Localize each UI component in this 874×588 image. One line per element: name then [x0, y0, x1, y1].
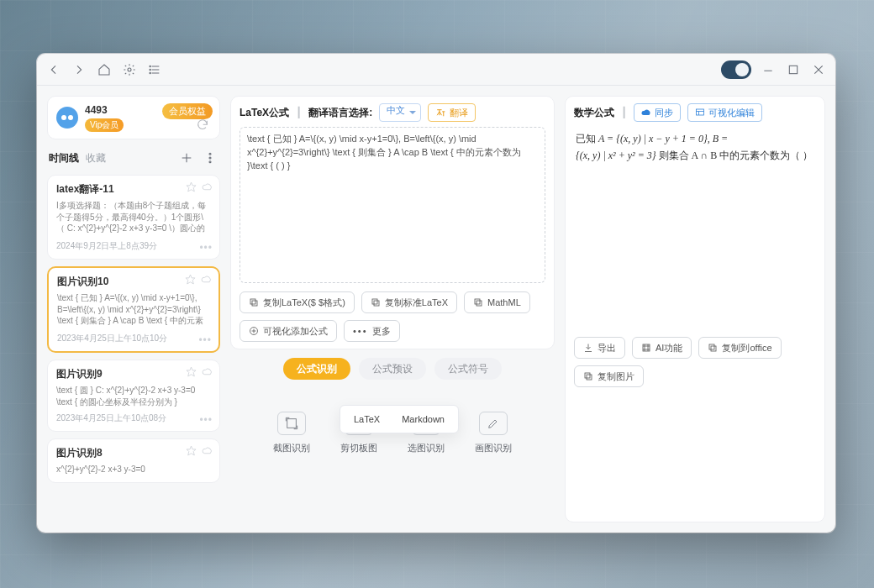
copy-office-button[interactable]: 复制到office — [698, 337, 781, 359]
svg-rect-22 — [374, 301, 379, 306]
refresh-icon[interactable] — [194, 117, 211, 134]
timeline-tabs: 时间线 收藏 — [47, 148, 220, 166]
lang-select[interactable]: 中文 — [379, 103, 421, 122]
avatar — [56, 107, 78, 129]
svg-point-13 — [209, 153, 211, 155]
visual-edit-button[interactable]: 可视化编辑 — [687, 103, 762, 122]
window-minimize-button[interactable] — [760, 61, 777, 78]
chip-label: 复制标准LaTeX — [385, 297, 448, 309]
svg-rect-23 — [372, 299, 377, 304]
tab-formula-symbol[interactable]: 公式符号 — [434, 358, 502, 380]
chip-label: 可视化添加公式 — [263, 325, 328, 338]
history-item[interactable]: latex翻译-11 I多项选择题：（本题由8个子题组成，每个子题得5分，最高得… — [47, 175, 220, 260]
lang-select-value: 中文 — [387, 105, 405, 115]
window-maximize-button[interactable] — [785, 61, 802, 78]
svg-rect-42 — [711, 346, 716, 351]
cloud-icon[interactable] — [202, 366, 213, 377]
math-panel-title: 数学公式 — [574, 106, 614, 120]
window-close-button[interactable] — [810, 61, 827, 78]
visual-edit-button-label: 可视化编辑 — [708, 107, 755, 119]
star-icon[interactable] — [186, 366, 197, 377]
history-item[interactable]: 图片识别9 \text { 圆 } C: x^{2}+y^{2}-2 x+3 y… — [47, 360, 220, 432]
nav-back-button[interactable] — [45, 61, 62, 78]
star-icon[interactable] — [186, 181, 197, 192]
center-column: LaTeX公式 ┃ 翻译语言选择: 中文 翻译 \text { 已知 } A=\… — [230, 96, 555, 522]
svg-point-4 — [150, 66, 150, 66]
visual-add-formula-button[interactable]: 可视化添加公式 — [240, 320, 337, 342]
ai-button[interactable]: AI功能 — [632, 337, 692, 359]
math-text: {(x, y) | x² + y² = 3} — [576, 150, 656, 161]
svg-point-0 — [128, 68, 131, 71]
copy-image-button[interactable]: 复制图片 — [574, 365, 644, 387]
svg-rect-8 — [789, 66, 797, 73]
svg-point-6 — [150, 72, 150, 73]
tool-screenshot[interactable]: 截图识别 — [273, 412, 310, 454]
history-item[interactable]: 图片识别8 x^{2}+y^{2}-2 x+3 y-3=0 — [47, 438, 220, 483]
chip-label: 复制LaTeX($ $格式) — [263, 297, 345, 309]
chip-label: MathML — [487, 297, 521, 307]
sync-button[interactable]: 同步 — [634, 103, 681, 122]
history-item-menu[interactable]: ••• — [198, 334, 212, 346]
settings-button[interactable] — [121, 61, 138, 78]
history-item-snippet: x^{2}+y^{2}-2 x+3 y-3=0 — [56, 464, 211, 475]
history-item[interactable]: 图片识别10 \text { 已知 } A=\{(x, y) \mid x-y+… — [47, 266, 220, 353]
sidebar: 4493 Vip会员 会员权益 时间线 收藏 latex翻译-11 I多项选择题… — [47, 96, 220, 522]
workspace: 4493 Vip会员 会员权益 时间线 收藏 latex翻译-11 I多项选择题… — [37, 86, 835, 533]
vip-badge: Vip会员 — [85, 118, 124, 132]
overflow-menu-button[interactable] — [202, 150, 218, 166]
titlebar — [37, 54, 835, 86]
tab-timeline[interactable]: 时间线 — [49, 151, 79, 165]
dark-mode-toggle[interactable] — [721, 60, 751, 79]
tool-draw[interactable]: 画图识别 — [475, 412, 512, 454]
sync-button-label: 同步 — [655, 107, 673, 119]
right-column: 数学公式 ┃ 同步 可视化编辑 已知 A = {(x, y) | x − y +… — [565, 96, 825, 522]
star-icon[interactable] — [185, 274, 196, 285]
translate-button[interactable]: 翻译 — [428, 103, 476, 122]
math-text: 已知 — [576, 133, 598, 144]
history-item-snippet: \text { 已知 } A=\{(x, y) \mid x-y+1=0\}, … — [57, 292, 210, 328]
popover-option-markdown[interactable]: Markdown — [393, 411, 453, 428]
latex-textarea[interactable]: \text { 已知 } A=\{(x, y) \mid x-y+1=0\}, … — [240, 127, 545, 283]
cloud-icon[interactable] — [202, 181, 213, 192]
tab-formula-recognize[interactable]: 公式识别 — [283, 358, 350, 380]
history-item-snippet: I多项选择题：（本题由8个子题组成，每个子题得5分，最高得40分。）1个圆形\（… — [56, 200, 211, 235]
svg-rect-25 — [475, 299, 480, 304]
history-item-menu[interactable]: ••• — [199, 242, 213, 254]
copy-standard-latex-button[interactable]: 复制标准LaTeX — [361, 291, 457, 313]
cloud-icon[interactable] — [202, 445, 213, 456]
tool-label: 选图识别 — [408, 442, 445, 454]
svg-rect-21 — [250, 299, 255, 304]
star-icon[interactable] — [186, 445, 197, 456]
export-button[interactable]: 导出 — [574, 337, 625, 359]
history-item-menu[interactable]: ••• — [199, 414, 213, 426]
svg-point-15 — [209, 161, 211, 163]
chip-label: 更多 — [372, 325, 391, 338]
svg-rect-44 — [587, 375, 592, 380]
history-list: latex翻译-11 I多项选择题：（本题由8个子题组成，每个子题得5分，最高得… — [47, 175, 220, 522]
tab-favorites[interactable]: 收藏 — [86, 151, 106, 165]
svg-rect-37 — [643, 344, 650, 351]
add-button[interactable] — [178, 150, 195, 166]
more-popover: LaTeX Markdown — [340, 405, 459, 433]
home-button[interactable] — [96, 61, 113, 78]
more-button[interactable]: •••更多 — [344, 320, 400, 342]
chip-label: 导出 — [598, 342, 616, 354]
user-card: 4493 Vip会员 会员权益 — [47, 96, 220, 139]
svg-marker-19 — [187, 446, 196, 455]
mathml-button[interactable]: MathML — [464, 291, 530, 313]
app-window: 4493 Vip会员 会员权益 时间线 收藏 latex翻译-11 I多项选择题… — [37, 54, 835, 533]
svg-marker-18 — [187, 367, 196, 376]
math-text: A = {(x, y) | x − y + 1 = 0}, B = — [598, 133, 728, 144]
tool-label: 截图识别 — [273, 442, 310, 454]
tab-formula-preset[interactable]: 公式预设 — [359, 358, 426, 380]
svg-point-5 — [150, 69, 150, 70]
nav-forward-button[interactable] — [71, 61, 87, 78]
cloud-icon[interactable] — [201, 274, 212, 285]
math-panel: 数学公式 ┃ 同步 可视化编辑 已知 A = {(x, y) | x − y +… — [565, 96, 825, 522]
popover-option-latex[interactable]: LaTeX — [345, 411, 388, 428]
list-button[interactable] — [146, 61, 163, 78]
math-render-area: 已知 A = {(x, y) | x − y + 1 = 0}, B = {(x… — [574, 127, 816, 337]
history-item-snippet: \text { 圆 } C: x^{2}+y^{2}-2 x+3 y-3=0 \… — [56, 385, 211, 407]
svg-rect-24 — [476, 301, 482, 306]
copy-latex-dollar-button[interactable]: 复制LaTeX($ $格式) — [240, 291, 355, 313]
